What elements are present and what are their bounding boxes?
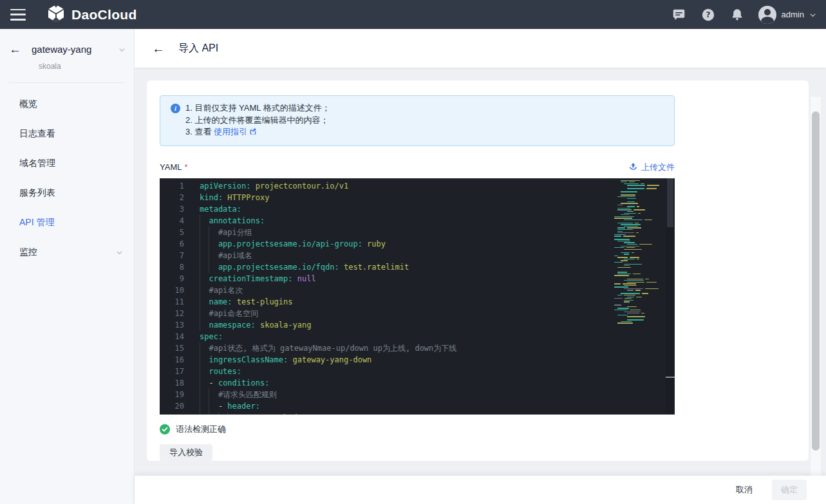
code-line[interactable]: 1apiVersion: projectcontour.io/v1 <box>160 180 675 192</box>
sidebar-back-icon[interactable]: ← <box>9 43 21 55</box>
footer-action-bar: 取消 确定 <box>135 476 826 504</box>
line-number: 10 <box>160 285 184 296</box>
code-line[interactable]: 6 app.projectsesame.io/api-group: ruby <box>160 238 675 250</box>
line-number: 19 <box>160 389 184 400</box>
code-line[interactable]: 9 creationTimestamp: null <box>160 273 675 285</box>
username: admin <box>782 10 804 19</box>
line-number: 6 <box>160 238 184 250</box>
alert-line-3: 3. 查看 使用指引 <box>185 126 330 139</box>
chevron-down-icon <box>116 249 122 256</box>
line-number: 11 <box>160 296 184 308</box>
brand-logo[interactable]: DaoCloud <box>46 4 137 26</box>
line-number: 17 <box>160 366 184 377</box>
sidebar-item-1[interactable]: 日志查看 <box>0 119 134 149</box>
page-scrollbar-thumb[interactable] <box>812 111 820 451</box>
daocloud-logo-icon <box>46 4 66 26</box>
svg-text:?: ? <box>706 10 710 19</box>
page-title: 导入 API <box>178 42 218 55</box>
line-number: 7 <box>160 250 184 261</box>
alert-line-2: 2. 上传的文件将覆盖编辑器中的内容； <box>185 115 330 127</box>
code-line[interactable]: 4 annotations: <box>160 215 675 227</box>
line-number: 21 <box>160 412 184 415</box>
yaml-code-editor[interactable]: 1apiVersion: projectcontour.io/v12kind: … <box>160 178 675 415</box>
syntax-status: 语法检测正确 <box>160 424 796 435</box>
code-line[interactable]: 14spec: <box>160 331 675 342</box>
editor-minimap[interactable] <box>612 178 666 415</box>
sidebar-item-label: 监控 <box>19 247 116 258</box>
line-number: 9 <box>160 273 184 285</box>
code-line[interactable]: 21 name: :method <box>160 412 675 415</box>
line-number: 2 <box>160 192 184 203</box>
sidebar-item-4[interactable]: API 管理 <box>0 208 134 238</box>
page-back-icon[interactable]: ← <box>152 42 165 55</box>
editor-scrollbar-thumb[interactable] <box>667 178 673 227</box>
sidebar-item-label: 日志查看 <box>19 128 122 140</box>
code-line[interactable]: 18 - conditions: <box>160 377 675 389</box>
code-line[interactable]: 19 #请求头匹配规则 <box>160 389 675 400</box>
sidebar-nav: 概览日志查看域名管理服务列表API 管理监控 <box>0 83 134 267</box>
sidebar-item-3[interactable]: 服务列表 <box>0 178 134 208</box>
page-scrollbar[interactable] <box>811 97 821 504</box>
code-line[interactable]: 15 #api状态, 格式为 gatewayNmae-up/down up为上线… <box>160 342 675 354</box>
code-line[interactable]: 10 #api名次 <box>160 285 675 296</box>
editor-scrollbar[interactable] <box>666 178 675 415</box>
usage-guide-link[interactable]: 使用指引 <box>214 127 247 136</box>
chevron-down-icon[interactable] <box>809 12 816 18</box>
code-line[interactable]: 8 app.projectsesame.io/fqdn: test.rateli… <box>160 261 675 273</box>
code-line[interactable]: 11 name: test-plugins <box>160 296 675 308</box>
page-header: ← 导入 API <box>135 29 826 68</box>
sidebar: ← gateway-yang skoala 概览日志查看域名管理服务列表API … <box>0 29 135 504</box>
info-icon: i <box>171 104 180 113</box>
code-line[interactable]: 3metadata: <box>160 203 675 215</box>
brand-name: DaoCloud <box>71 7 137 23</box>
code-line[interactable]: 17 routes: <box>160 366 675 377</box>
message-icon[interactable] <box>671 7 687 23</box>
workspace-name[interactable]: gateway-yang <box>32 44 118 55</box>
external-link-icon <box>249 127 257 139</box>
alert-line-1: 1. 目前仅支持 YAML 格式的描述文件； <box>185 102 330 115</box>
import-validate-button[interactable]: 导入校验 <box>160 444 212 461</box>
confirm-button[interactable]: 确定 <box>772 480 807 500</box>
line-number: 1 <box>160 180 184 192</box>
top-bar: DaoCloud ? admin <box>0 0 826 29</box>
sidebar-item-label: API 管理 <box>19 217 122 229</box>
cancel-button[interactable]: 取消 <box>736 484 753 496</box>
line-number: 15 <box>160 342 184 354</box>
code-line[interactable]: 20 - header: <box>160 400 675 412</box>
sidebar-item-label: 概览 <box>19 98 122 110</box>
main-content: ← 导入 API i 1. 目前仅支持 YAML 格式的描述文件； 2. 上传的… <box>135 29 826 504</box>
code-line[interactable]: 16 ingressClassName: gateway-yang-down <box>160 354 675 366</box>
line-number: 14 <box>160 331 184 342</box>
code-line[interactable]: 2kind: HTTPProxy <box>160 192 675 203</box>
sidebar-item-2[interactable]: 域名管理 <box>0 149 134 178</box>
upload-file-button[interactable]: 上传文件 <box>628 162 675 173</box>
line-number: 4 <box>160 215 184 227</box>
sidebar-item-label: 服务列表 <box>19 187 122 199</box>
code-line[interactable]: 7 #api域名 <box>160 250 675 261</box>
workspace-subtitle: skoala <box>39 62 125 71</box>
line-number: 5 <box>160 227 184 238</box>
syntax-status-text: 语法检测正确 <box>176 424 226 435</box>
line-number: 13 <box>160 319 184 331</box>
line-number: 18 <box>160 377 184 389</box>
import-card: i 1. 目前仅支持 YAML 格式的描述文件； 2. 上传的文件将覆盖编辑器中… <box>147 80 809 461</box>
sidebar-item-5[interactable]: 监控 <box>0 238 134 267</box>
line-number: 8 <box>160 261 184 273</box>
info-alert: i 1. 目前仅支持 YAML 格式的描述文件； 2. 上传的文件将覆盖编辑器中… <box>160 95 675 146</box>
check-circle-icon <box>160 424 170 434</box>
upload-icon <box>628 162 638 172</box>
help-icon[interactable]: ? <box>700 7 716 23</box>
code-line[interactable]: 13 namespace: skoala-yang <box>160 319 675 331</box>
scroll-area: i 1. 目前仅支持 YAML 格式的描述文件； 2. 上传的文件将覆盖编辑器中… <box>135 68 826 476</box>
code-line[interactable]: 12 #api命名空间 <box>160 308 675 319</box>
code-line[interactable]: 5 #api分组 <box>160 227 675 238</box>
menu-icon[interactable] <box>10 9 27 21</box>
bell-icon[interactable] <box>729 7 745 23</box>
workspace-chevron-icon[interactable] <box>118 46 125 53</box>
yaml-label: YAML <box>160 162 182 172</box>
line-number: 3 <box>160 203 184 215</box>
sidebar-item-0[interactable]: 概览 <box>0 89 134 119</box>
avatar[interactable] <box>758 6 776 24</box>
line-number: 16 <box>160 354 184 366</box>
required-mark: * <box>184 162 187 172</box>
